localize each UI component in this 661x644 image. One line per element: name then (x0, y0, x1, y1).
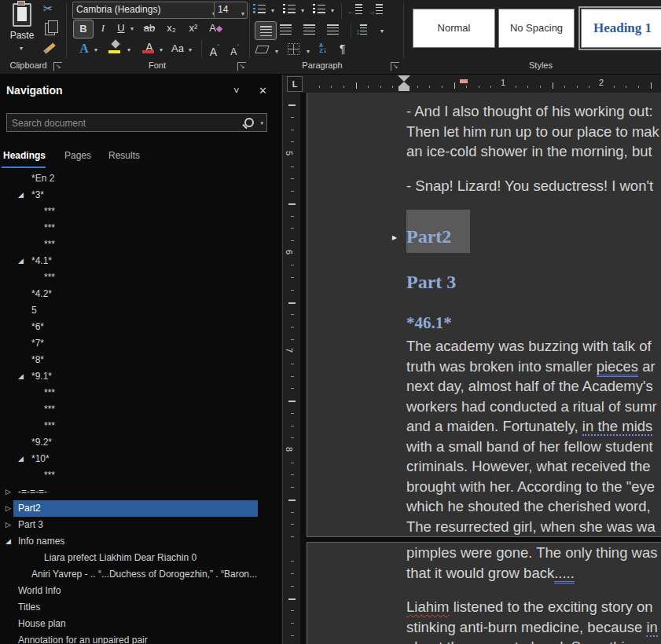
align-right-button[interactable] (303, 24, 321, 41)
nav-item-part2[interactable]: ▷Part2 (0, 500, 281, 517)
font-color-button[interactable]: A (140, 38, 159, 56)
nav-item-4-2[interactable]: *4.2* (0, 286, 281, 302)
expand-triangle-icon[interactable]: ▷ (6, 484, 11, 500)
subscript-button[interactable]: x₂ (162, 20, 181, 37)
chevron-down-icon[interactable]: ▾ (94, 46, 97, 53)
paste-button[interactable]: Paste ▾ (5, 2, 39, 58)
chevron-down-icon[interactable]: ˅ (233, 85, 240, 97)
search-box[interactable]: ▾ (6, 113, 267, 132)
clear-formatting-button[interactable]: A (206, 20, 225, 37)
increase-indent-button[interactable]: → (368, 3, 385, 20)
nav-item-item[interactable]: *** (0, 418, 281, 434)
collapse-triangle-icon[interactable]: ◢ (18, 187, 24, 203)
collapse-triangle-icon[interactable]: ◢ (6, 533, 11, 550)
copy-button[interactable] (45, 20, 62, 38)
nav-item-part-3[interactable]: ▷Part 3 (0, 517, 281, 533)
collapse-triangle-icon[interactable]: ◢ (18, 368, 24, 385)
underline-button[interactable]: U (112, 20, 130, 37)
horizontal-ruler[interactable]: L 12 (283, 75, 661, 93)
style-card-normal[interactable]: Normal (413, 9, 495, 48)
chevron-down-icon[interactable]: ▾ (127, 46, 130, 53)
format-painter-button[interactable] (43, 39, 61, 57)
shrink-font-button[interactable]: Aˇ (226, 40, 244, 57)
bold-button[interactable]: B (73, 20, 94, 38)
nav-item-item[interactable]: *** (0, 203, 281, 220)
nav-item-5[interactable]: 5 (0, 302, 281, 319)
nav-item-item[interactable]: *** (0, 467, 281, 484)
font-dialog-launcher-icon[interactable]: ↘ (237, 62, 246, 71)
style-card-heading-1[interactable]: Heading 1 (581, 9, 661, 48)
justify-button[interactable] (327, 24, 344, 41)
expand-triangle-icon[interactable]: ▷ (6, 500, 11, 517)
tab-headings[interactable]: Headings (3, 150, 46, 161)
align-left-button[interactable] (255, 21, 277, 40)
nav-item-item[interactable]: *** (0, 269, 281, 286)
tab-results[interactable]: Results (108, 150, 140, 161)
nav-item-9-2[interactable]: *9.2* (0, 434, 281, 451)
grow-font-button[interactable]: Aˆ (205, 40, 224, 57)
heading-collapse-triangle-icon[interactable]: ▸ (392, 232, 397, 243)
chevron-down-icon[interactable]: ▾ (301, 7, 304, 14)
highlight-color-button[interactable] (106, 38, 125, 56)
nav-item-6[interactable]: *6* (0, 319, 281, 335)
chevron-down-icon[interactable]: ▾ (260, 120, 263, 126)
nav-item-item[interactable]: ▷-=-=-=- (0, 484, 281, 500)
tab-pages[interactable]: Pages (64, 150, 91, 161)
search-icon[interactable] (244, 118, 254, 127)
nav-item-house-plan[interactable]: House plan (0, 616, 281, 632)
nav-item-9-1[interactable]: ◢*9.1* (0, 368, 281, 385)
nav-item-10[interactable]: ◢*10* (0, 451, 281, 467)
nav-item-world-info[interactable]: World Info (0, 583, 281, 599)
chevron-down-icon[interactable]: ▾ (307, 48, 310, 55)
italic-button[interactable]: I (94, 20, 112, 37)
left-indent-icon[interactable] (398, 87, 409, 91)
collapse-triangle-icon[interactable]: ◢ (18, 253, 24, 269)
vertical-ruler[interactable]: 5678 (283, 93, 300, 644)
nav-item-3[interactable]: ◢*3* (0, 187, 281, 203)
close-icon[interactable]: ✕ (259, 85, 267, 97)
shading-button[interactable] (256, 42, 274, 60)
nav-item-7[interactable]: *7* (0, 335, 281, 352)
font-size-combo[interactable]: 14 ▾ (214, 2, 248, 19)
decrease-indent-button[interactable]: ← (347, 3, 365, 20)
style-card-no-spacing[interactable]: No Spacing (498, 9, 575, 48)
nav-item-item[interactable]: *** (0, 385, 281, 401)
strikethrough-button[interactable]: ab (140, 20, 159, 37)
line-spacing-button[interactable]: ↕ (356, 24, 373, 41)
nav-item-en-2[interactable]: *En 2 (0, 170, 281, 187)
font-name-combo[interactable]: Cambria (Headings) ▾ (72, 2, 218, 19)
text-effects-button[interactable]: A (75, 40, 94, 57)
hanging-indent-icon[interactable] (398, 82, 410, 87)
chevron-down-icon[interactable]: ▾ (130, 25, 134, 32)
multilevel-list-button[interactable] (313, 3, 330, 20)
search-input[interactable] (10, 115, 233, 131)
indent-marker[interactable] (398, 75, 410, 92)
sort-button[interactable]: AZ↓ (319, 42, 336, 59)
clipboard-dialog-launcher-icon[interactable]: ↘ (53, 62, 62, 71)
collapse-triangle-icon[interactable]: ◢ (18, 451, 24, 467)
chevron-down-icon[interactable]: ▾ (275, 48, 278, 55)
nav-item-item[interactable]: *** (0, 236, 281, 253)
paragraph-dialog-launcher-icon[interactable]: ↘ (391, 62, 399, 71)
nav-item-4-1[interactable]: ◢*4.1* (0, 253, 281, 269)
nav-item-titles[interactable]: Titles (0, 599, 281, 616)
chevron-down-icon[interactable]: ▾ (189, 46, 192, 53)
nav-item-item[interactable]: *** (0, 401, 281, 418)
cut-button[interactable]: ✂ (43, 2, 61, 19)
show-paragraph-marks-button[interactable]: ¶ (340, 42, 357, 59)
nav-item-liara-prefect-liakhim-dear-riachin-0[interactable]: Liara prefect Liakhim Dear Riachin 0 (0, 550, 281, 566)
nav-item-8[interactable]: *8* (0, 352, 281, 368)
document-page-1[interactable]: - And I also thought of his working out:… (307, 93, 661, 536)
chevron-down-icon[interactable]: ▾ (331, 7, 334, 14)
first-line-indent-icon[interactable] (398, 75, 410, 82)
superscript-button[interactable]: x² (184, 20, 203, 37)
numbering-button[interactable] (283, 3, 300, 20)
chevron-down-icon[interactable]: ▾ (380, 27, 384, 35)
align-center-button[interactable] (280, 24, 297, 41)
bullets-button[interactable] (253, 3, 270, 20)
chevron-down-icon[interactable]: ▾ (160, 46, 163, 53)
borders-button[interactable] (288, 43, 305, 60)
chevron-down-icon[interactable]: ▾ (271, 7, 274, 14)
nav-item-item[interactable]: *** (0, 220, 281, 236)
nav-item-info-names[interactable]: ◢Info names (0, 533, 281, 550)
